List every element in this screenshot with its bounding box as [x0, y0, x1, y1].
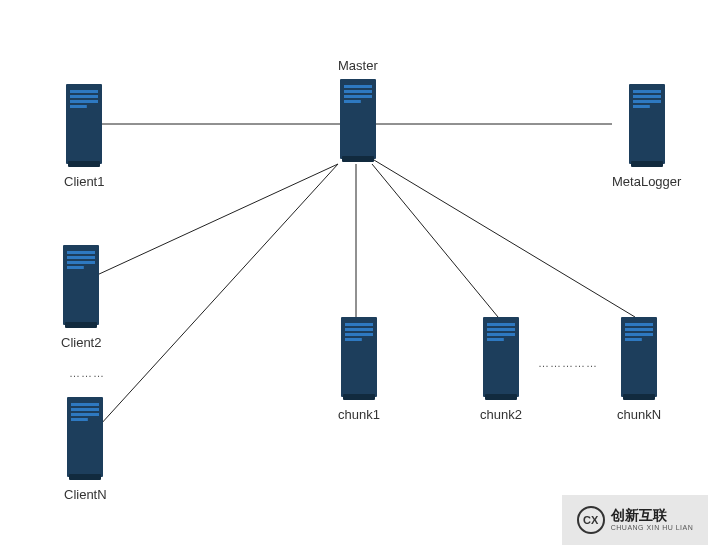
node-clientN: ClientN	[64, 397, 107, 502]
svg-line-2	[97, 164, 338, 275]
watermark-zh: 创新互联	[611, 508, 694, 523]
label-metalogger: MetaLogger	[612, 174, 681, 189]
watermark: CX 创新互联 CHUANG XIN HU LIAN	[562, 495, 708, 545]
label-chunk2: chunk2	[480, 407, 522, 422]
label-chunkN: chunkN	[617, 407, 661, 422]
svg-line-6	[374, 160, 635, 317]
svg-line-3	[100, 164, 338, 425]
server-icon	[67, 397, 103, 477]
server-icon	[341, 317, 377, 397]
server-icon	[340, 79, 376, 159]
label-client2: Client2	[61, 335, 101, 350]
node-master: Master	[338, 58, 378, 159]
server-icon	[66, 84, 102, 164]
watermark-en: CHUANG XIN HU LIAN	[611, 524, 694, 532]
watermark-logo-icon: CX	[577, 506, 605, 534]
node-chunkN: chunkN	[617, 317, 661, 422]
label-clientN: ClientN	[64, 487, 107, 502]
server-icon	[621, 317, 657, 397]
node-chunk1: chunk1	[338, 317, 380, 422]
node-client1: Client1	[64, 84, 104, 189]
node-chunk2: chunk2	[480, 317, 522, 422]
node-metalogger: MetaLogger	[612, 84, 681, 189]
server-icon	[629, 84, 665, 164]
diagram-canvas: Master Client1 MetaLogger Client2 ……… Cl…	[0, 0, 708, 549]
node-client2: Client2	[61, 245, 101, 350]
server-icon	[63, 245, 99, 325]
label-master: Master	[338, 58, 378, 73]
server-icon	[483, 317, 519, 397]
ellipsis-chunks: ……………	[538, 357, 598, 369]
label-client1: Client1	[64, 174, 104, 189]
svg-line-5	[372, 164, 498, 317]
watermark-text: 创新互联 CHUANG XIN HU LIAN	[611, 508, 694, 531]
label-chunk1: chunk1	[338, 407, 380, 422]
ellipsis-clients: ………	[69, 367, 105, 379]
